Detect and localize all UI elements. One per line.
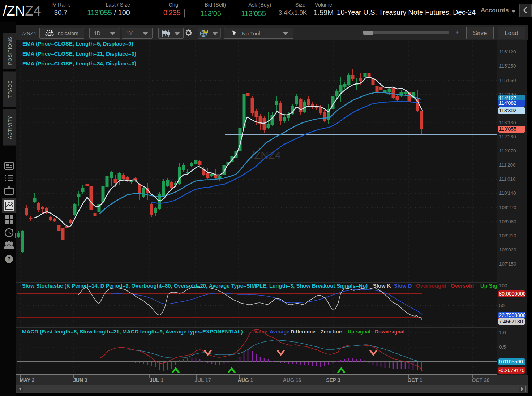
svg-text:Slow K: Slow K — [373, 283, 391, 289]
svg-text:Slow D: Slow D — [394, 283, 412, 289]
svg-text:EMA (Price=CLOSE, Length=5, Di: EMA (Price=CLOSE, Length=5, Displace=0) — [22, 40, 133, 47]
svg-text:Slow Stochastic (K Period=14,: Slow Stochastic (K Period=14, D Period=9… — [22, 283, 368, 289]
svg-text:Up Sign: Up Sign — [480, 283, 497, 289]
svg-text:Overbought: Overbought — [416, 283, 446, 289]
svg-text:MACD (Fast length=8, Slow leng: MACD (Fast length=8, Slow length=21, MAC… — [22, 328, 243, 335]
svg-text:?: ? — [7, 256, 11, 262]
svg-text:EMA (Price=CLOSE, Length=21, D: EMA (Price=CLOSE, Length=21, Displace=0) — [22, 51, 136, 57]
svg-text:Down signal: Down signal — [375, 329, 404, 335]
svg-text:Oversold: Oversold — [451, 283, 474, 289]
svg-text:Up signal: Up signal — [348, 329, 370, 335]
svg-text:/ZNZ4: /ZNZ4 — [251, 149, 281, 161]
svg-text:EMA (Price=CLOSE, Length=34, D: EMA (Price=CLOSE, Length=34, Displace=0) — [22, 60, 136, 66]
svg-text:Zero line: Zero line — [321, 329, 342, 335]
svg-text:Value: Value — [254, 329, 267, 335]
svg-text:Difference: Difference — [291, 329, 316, 335]
svg-text:Average: Average — [270, 329, 289, 335]
